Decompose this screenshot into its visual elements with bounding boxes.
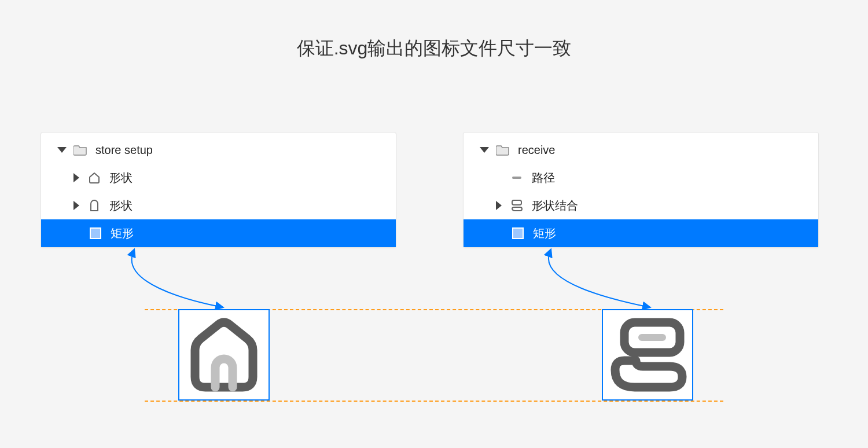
arch-outline-icon xyxy=(87,199,101,212)
disclosure-triangle-down-icon[interactable] xyxy=(57,147,67,153)
svg-rect-1 xyxy=(512,177,521,179)
layer-row[interactable]: 形状 xyxy=(41,192,396,219)
svg-rect-3 xyxy=(513,228,523,238)
receive-icon xyxy=(607,314,688,395)
layer-row-selected[interactable]: 矩形 xyxy=(464,219,818,247)
layer-row[interactable]: 形状 xyxy=(41,164,396,192)
folder-icon xyxy=(73,143,87,157)
icon-preview-receive xyxy=(602,309,693,401)
disclosure-triangle-right-icon[interactable] xyxy=(496,201,502,210)
rect-swatch-icon xyxy=(511,226,525,240)
disclosure-triangle-right-icon[interactable] xyxy=(73,201,79,210)
layer-label: store setup xyxy=(95,144,153,157)
icon-preview-home xyxy=(178,309,270,401)
layers-panel-left: store setup 形状 形状 矩形 xyxy=(41,132,396,248)
layer-label: 路径 xyxy=(532,170,555,186)
layer-row[interactable]: 形状结合 xyxy=(464,192,818,219)
path-segment-icon xyxy=(510,171,524,185)
combined-shape-icon xyxy=(510,199,524,212)
folder-icon xyxy=(496,143,510,157)
layer-label: 矩形 xyxy=(533,226,556,241)
layer-label: 矩形 xyxy=(111,226,134,241)
home-icon xyxy=(183,314,264,395)
layer-label: receive xyxy=(518,144,555,157)
house-outline-icon xyxy=(87,171,101,185)
layer-label: 形状 xyxy=(109,170,133,186)
layers-panel-right: receive 路径 形状结合 矩形 xyxy=(463,132,819,248)
layer-row-selected[interactable]: 矩形 xyxy=(41,219,396,247)
disclosure-triangle-down-icon[interactable] xyxy=(480,147,489,153)
layer-label: 形状 xyxy=(109,198,133,214)
rect-swatch-icon xyxy=(89,226,102,240)
page-title: 保证.svg输出的图标文件尺寸一致 xyxy=(0,36,868,61)
disclosure-triangle-right-icon[interactable] xyxy=(73,173,79,182)
layer-label: 形状结合 xyxy=(532,198,578,214)
layer-group-row[interactable]: store setup xyxy=(41,136,396,164)
layer-group-row[interactable]: receive xyxy=(464,136,818,164)
layer-row[interactable]: 路径 xyxy=(464,164,818,192)
svg-rect-2 xyxy=(512,200,521,205)
svg-rect-0 xyxy=(90,228,101,238)
